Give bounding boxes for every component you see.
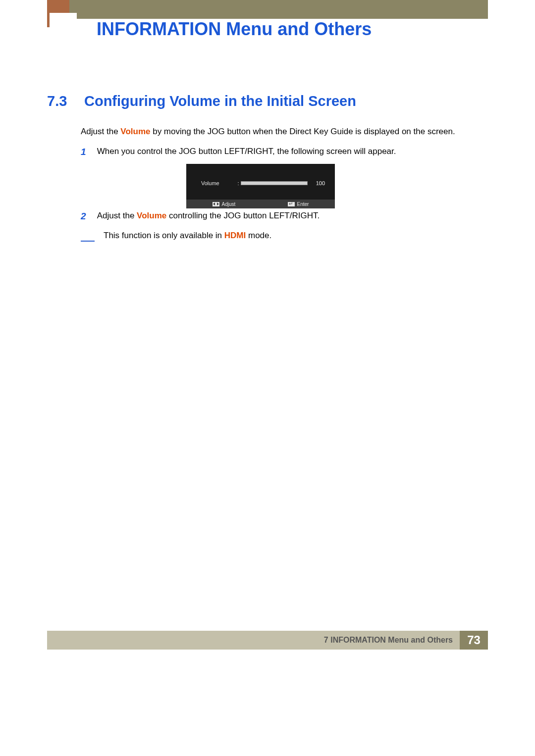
osd-volume-fill [241,182,307,185]
intro-post: by moving the JOG button when the Direct… [150,127,455,136]
adjust-icon [213,202,219,206]
step-2-text: Adjust the Volume controlling the JOG bu… [97,211,320,221]
section-number: 7.3 [47,93,67,109]
osd-adjust-label: Adjust [222,202,236,207]
step-2-number: 2 [81,211,95,222]
osd-enter-group: Enter [288,202,309,207]
header-tab [50,13,77,35]
note-icon [81,232,95,240]
note-post: mode. [246,231,271,240]
osd-screenshot: Volume : 100 Adjust Enter [186,164,335,208]
osd-volume-label: Volume [201,180,236,186]
osd-volume-bar [241,181,308,185]
osd-colon: : [236,180,241,186]
osd-volume-value: 100 [308,180,325,186]
step-2-post: controlling the JOG button LEFT/RIGHT. [166,211,320,220]
page-number: 73 [460,631,488,650]
header-bar [47,0,488,19]
note-row: This function is only available in HDMI … [81,231,271,241]
enter-icon [288,202,295,206]
step-2: 2 Adjust the Volume controlling the JOG … [81,211,320,222]
step-2-highlight: Volume [137,211,166,220]
footer-bar: 7 INFORMATION Menu and Others [47,631,460,650]
page-title: INFORMATION Menu and Others [97,19,372,40]
step-1-number: 1 [81,147,95,157]
intro-pre: Adjust the [81,127,120,136]
note-pre: This function is only available in [104,231,224,240]
footer-text: 7 INFORMATION Menu and Others [324,636,453,645]
intro-highlight: Volume [120,127,150,136]
osd-row: Volume : 100 [201,180,325,186]
note-text: This function is only available in HDMI … [104,231,271,241]
osd-enter-label: Enter [297,202,309,207]
osd-adjust-group: Adjust [213,202,236,207]
note-highlight: HDMI [224,231,246,240]
step-2-pre: Adjust the [97,211,137,220]
section-title: Configuring Volume in the Initial Screen [84,93,356,109]
step-1: 1 When you control the JOG button LEFT/R… [81,147,396,157]
intro-text: Adjust the Volume by moving the JOG butt… [81,127,455,137]
step-1-text: When you control the JOG button LEFT/RIG… [97,147,396,156]
osd-footer: Adjust Enter [186,200,335,208]
